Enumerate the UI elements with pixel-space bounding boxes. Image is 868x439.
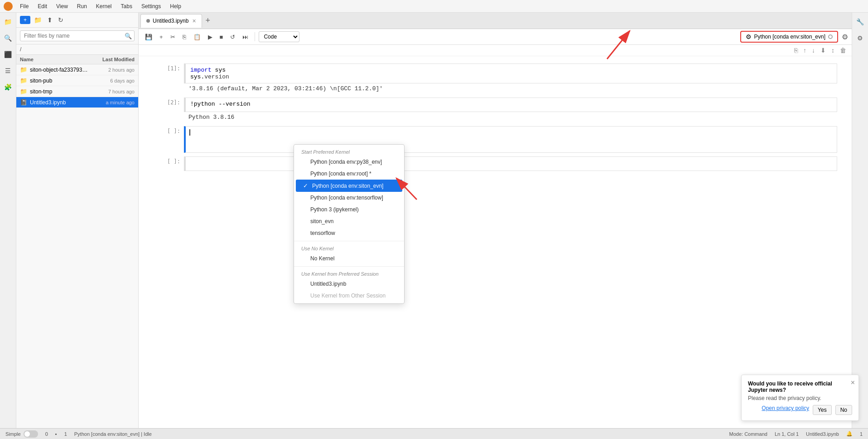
notebook-name-status: Untitled3.ipynb: [806, 431, 839, 437]
cell-1-output: '3.8.16 (default, Mar 2 2023, 03:21:46) …: [184, 83, 837, 94]
cell-3-input[interactable]: [184, 126, 837, 153]
refresh-button[interactable]: ↻: [56, 15, 65, 24]
search-sidebar-icon[interactable]: 🔍: [3, 33, 14, 44]
kernel-indicator[interactable]: ⚙ Python [conda env:siton_evn]: [740, 31, 838, 43]
kernel-status-label[interactable]: Python [conda env:siton_evn] | Idle: [74, 431, 152, 437]
file-name-active: Untitled3.ipynb: [30, 99, 89, 106]
kernel-option-tensorflow[interactable]: Python [conda env:tensorflow]: [294, 192, 404, 204]
cell-4-number: [ ]:: [153, 156, 180, 171]
bell-icon[interactable]: 🔔: [846, 431, 853, 437]
breadcrumb: /: [16, 44, 138, 55]
upload-button[interactable]: ⬆: [45, 15, 54, 24]
kernel-option-label: siton_evn: [310, 218, 333, 224]
kernel-option-siton-evn[interactable]: siton_evn: [294, 215, 404, 227]
kernel-option-label: tensorflow: [310, 230, 335, 236]
kernel-option-tf[interactable]: tensorflow: [294, 227, 404, 239]
list-item[interactable]: 📁 siton-object-fa23379325... 2 hours ago: [16, 64, 138, 75]
add-cell-button[interactable]: +: [157, 32, 166, 42]
move-up-button[interactable]: ↑: [801, 46, 808, 55]
kernel-option-label-selected: Python [conda env:siton_evn]: [312, 183, 383, 189]
cell-2: [2]: !python --version Python 3.8.16: [153, 98, 837, 122]
list-item[interactable]: 📁 siton-pub 6 days ago: [16, 75, 138, 86]
icon-sidebar: 📁 🔍 ⬛ ☰ 🧩: [0, 13, 16, 428]
list-item[interactable]: 📁 siton-tmp 7 hours ago: [16, 86, 138, 97]
menu-edit[interactable]: Edit: [36, 2, 49, 10]
menu-kernel[interactable]: Kernel: [94, 2, 114, 10]
kernel-option-ipykernel[interactable]: Python 3 (ipykernel): [294, 204, 404, 215]
cell-3-body: [184, 126, 837, 153]
notification-no-button[interactable]: No: [835, 405, 852, 415]
cell-2-input[interactable]: !python --version: [184, 98, 837, 112]
kernel-option-root[interactable]: Python [conda env:root] *: [294, 168, 404, 180]
restart-kernel-button[interactable]: ↺: [227, 32, 238, 42]
commands-icon[interactable]: ☰: [3, 65, 14, 76]
restart-run-all-button[interactable]: ⏭: [240, 32, 251, 42]
kernel-option-py38[interactable]: Python [conda env:py38_env]: [294, 156, 404, 168]
notification-count: 1: [860, 431, 863, 437]
cell-4-body: [184, 156, 837, 171]
extensions-icon[interactable]: 🧩: [3, 82, 14, 93]
menu-view[interactable]: View: [54, 2, 70, 10]
settings-button[interactable]: ⚙: [842, 33, 848, 41]
cell-1: [1]: import sys sys.version '3.8.16 (def…: [153, 63, 837, 94]
privacy-policy-link[interactable]: Open privacy policy: [762, 405, 809, 415]
use-preferred-session-label: Use Kernel from Preferred Session: [294, 268, 404, 278]
cell-type-select[interactable]: Code Markdown Raw: [259, 31, 299, 42]
delete-cell-button[interactable]: 🗑: [838, 46, 848, 55]
tab-untitled3[interactable]: Untitled3.ipynb ×: [140, 14, 202, 28]
menu-tabs[interactable]: Tabs: [119, 2, 134, 10]
cell-3: [ ]:: [153, 126, 837, 153]
stop-kernel-button[interactable]: ■: [217, 32, 226, 42]
column-name-header[interactable]: Name: [20, 57, 89, 62]
cell-1-input[interactable]: import sys sys.version: [184, 63, 837, 83]
notification-yes-button[interactable]: Yes: [813, 405, 832, 415]
toast-title: Would you like to receive official Jupyt…: [748, 380, 852, 393]
new-folder-button[interactable]: 📁: [32, 15, 43, 24]
kernel-option-siton-selected[interactable]: ✓ Python [conda env:siton_evn]: [296, 180, 402, 192]
file-modified: 6 days ago: [89, 78, 135, 83]
split-cell-button[interactable]: ↕: [829, 46, 836, 55]
notebook-content: [1]: import sys sys.version '3.8.16 (def…: [139, 56, 852, 428]
new-tab-button[interactable]: +: [203, 16, 213, 25]
filter-input[interactable]: [20, 30, 135, 41]
file-list: 📁 siton-object-fa23379325... 2 hours ago…: [16, 64, 138, 428]
copy-cell-button[interactable]: ⎘: [180, 32, 189, 42]
move-down-button[interactable]: ↓: [810, 46, 817, 55]
save-button[interactable]: 💾: [142, 32, 155, 42]
cell-1-body: import sys sys.version '3.8.16 (default,…: [184, 63, 837, 94]
menu-run[interactable]: Run: [75, 2, 89, 10]
kernel-option-label: Python [conda env:py38_env]: [310, 159, 382, 165]
file-toolbar: + 📁 ⬆ ↻: [16, 13, 138, 28]
cell-2-body: !python --version Python 3.8.16: [184, 98, 837, 122]
mode-status: Mode: Command: [729, 431, 767, 437]
toast-close-button[interactable]: ×: [851, 379, 855, 387]
dropdown-divider-2: [294, 266, 404, 267]
running-icon[interactable]: ⬛: [3, 49, 14, 60]
use-no-kernel-label: Use No Kernel: [294, 243, 404, 253]
menu-help[interactable]: Help: [168, 2, 183, 10]
cell-4-input[interactable]: [184, 156, 837, 171]
no-kernel-option[interactable]: No Kernel: [294, 253, 404, 264]
cut-cell-button[interactable]: ✂: [168, 32, 178, 42]
new-launcher-button[interactable]: +: [20, 16, 30, 24]
right-settings-icon[interactable]: ⚙: [855, 33, 866, 44]
tab-close-button[interactable]: ×: [192, 18, 196, 24]
simple-toggle[interactable]: [24, 430, 38, 438]
menu-settings[interactable]: Settings: [140, 2, 163, 10]
use-other-session-option[interactable]: Use Kernel from Other Session: [294, 290, 404, 302]
tab-bar: Untitled3.ipynb × +: [139, 13, 852, 29]
menu-file[interactable]: File: [18, 2, 30, 10]
property-inspector-icon[interactable]: 🔧: [855, 16, 866, 27]
run-cell-button[interactable]: ▶: [205, 32, 215, 42]
cursor-position: Ln 1, Col 1: [775, 431, 799, 437]
paste-cell-button[interactable]: 📋: [191, 32, 203, 42]
kernel-status-circle: [828, 34, 833, 39]
toggle-thumb: [24, 431, 30, 437]
cell-3-number: [ ]:: [153, 126, 180, 153]
merge-below-button[interactable]: ⬇: [819, 46, 828, 55]
copy-cells-button[interactable]: ⎘: [792, 46, 800, 55]
file-name: siton-object-fa23379325...: [30, 67, 89, 73]
preferred-session-option[interactable]: Untitled3.ipynb: [294, 278, 404, 290]
list-item-active[interactable]: 📓 Untitled3.ipynb a minute ago: [16, 97, 138, 108]
files-icon[interactable]: 📁: [3, 16, 14, 27]
